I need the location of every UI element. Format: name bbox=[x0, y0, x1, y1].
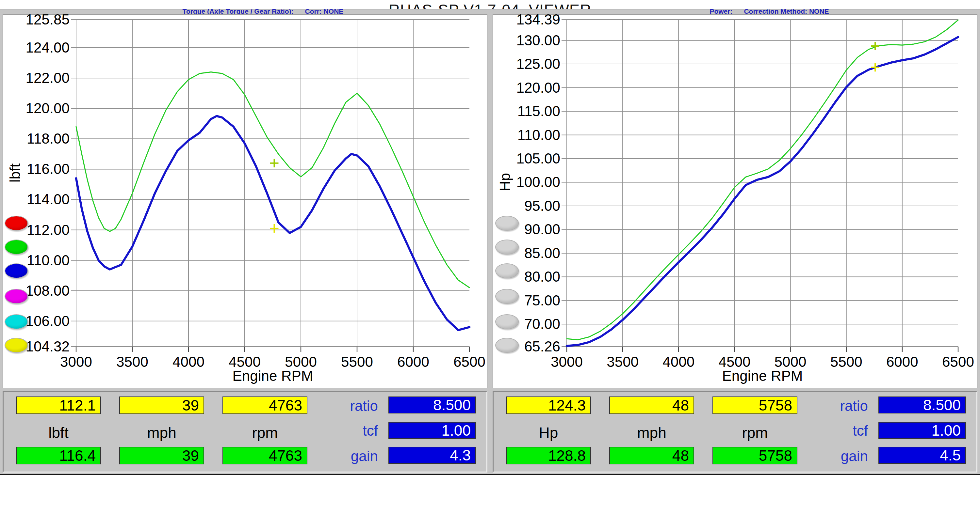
power-cursor1-value: 124.3 bbox=[506, 396, 591, 414]
green-curve bbox=[567, 20, 958, 340]
y-tick-label: 125.85 bbox=[11, 12, 70, 27]
torque-cursor2-rpm: 4763 bbox=[223, 447, 307, 465]
tcf-value: 1.00 bbox=[878, 422, 966, 439]
channel-button-magenta[interactable] bbox=[5, 289, 28, 304]
y-tick-label: 95.00 bbox=[502, 198, 560, 213]
x-tick-label: 4000 bbox=[159, 354, 218, 370]
power-cursor1-mph: 48 bbox=[609, 396, 694, 414]
ratio-label: ratio bbox=[819, 398, 868, 414]
gain-label: gain bbox=[329, 448, 378, 465]
channel-button-red[interactable] bbox=[5, 216, 28, 231]
y-tick-label: 125.00 bbox=[502, 57, 560, 71]
power-data-panel: 124.3 48 5758 Hp mph rpm 128.8 48 5758 r… bbox=[493, 391, 977, 473]
x-tick-label: 6500 bbox=[929, 354, 980, 370]
Hp-chart-canvas bbox=[567, 20, 958, 347]
x-tick-label: 4000 bbox=[649, 354, 708, 370]
x-tick-label: 6500 bbox=[440, 354, 499, 370]
x-tick-label: 3500 bbox=[103, 354, 162, 370]
power-cursor1-rpm: 5758 bbox=[713, 396, 797, 414]
channel-button-gray-4[interactable] bbox=[495, 289, 519, 304]
channel-button-gray-5[interactable] bbox=[495, 314, 519, 329]
torque-cursor2-value: 116.4 bbox=[16, 447, 101, 465]
y-tick-label: 122.00 bbox=[11, 70, 70, 86]
torque-x-axis-label: Engine RPM bbox=[221, 368, 325, 384]
power-unit-hp: Hp bbox=[506, 424, 591, 442]
viewer-window: RHAS-SP V1.7-04 VIEWER Torque (Axle Torq… bbox=[0, 0, 980, 528]
channel-button-gray-6[interactable] bbox=[495, 338, 519, 353]
torque-cursor1-value: 112.1 bbox=[16, 396, 101, 414]
torque-unit-lbft: lbft bbox=[16, 424, 101, 442]
footer-bar: HPS PERFORMANCE PRODUCTS Folder Run ID D… bbox=[0, 474, 980, 528]
y-tick-label: 110.00 bbox=[502, 128, 560, 143]
torque-cursor1-rpm: 4763 bbox=[223, 396, 307, 414]
channel-button-cyan[interactable] bbox=[5, 314, 28, 329]
torque-plot[interactable]: 125.85124.00122.00120.00118.00116.00114.… bbox=[76, 20, 469, 347]
tcf-value: 1.00 bbox=[388, 422, 476, 439]
power-unit-mph: mph bbox=[609, 424, 694, 442]
x-tick-label: 3500 bbox=[593, 354, 652, 370]
y-tick-label: 114.00 bbox=[11, 192, 70, 207]
power-cursor2-value: 128.8 bbox=[506, 447, 591, 465]
ratio-value: 8.500 bbox=[878, 396, 966, 414]
tcf-label: tcf bbox=[329, 423, 378, 439]
gain-value: 4.5 bbox=[878, 447, 966, 464]
x-tick-label: 5500 bbox=[328, 354, 387, 370]
x-tick-label: 5500 bbox=[817, 354, 876, 370]
ratio-value: 8.500 bbox=[388, 396, 476, 414]
y-tick-label: 124.00 bbox=[11, 40, 70, 55]
power-x-axis-label: Engine RPM bbox=[710, 368, 815, 384]
torque-cursor2-mph: 39 bbox=[119, 447, 204, 465]
channel-button-green[interactable] bbox=[5, 239, 28, 255]
power-cursor2-rpm: 5758 bbox=[713, 447, 797, 465]
lbft-chart-canvas bbox=[76, 20, 469, 347]
power-unit-rpm: rpm bbox=[713, 424, 797, 442]
gain-value: 4.3 bbox=[388, 447, 476, 464]
torque-header: Torque (Axle Torque / Gear Ratio): Corr:… bbox=[172, 8, 355, 15]
channel-button-gray-2[interactable] bbox=[495, 239, 519, 255]
ratio-label: ratio bbox=[329, 398, 378, 414]
channel-button-gray-3[interactable] bbox=[495, 263, 519, 278]
torque-unit-mph: mph bbox=[119, 424, 204, 442]
y-tick-label: 105.00 bbox=[502, 151, 560, 166]
x-tick-label: 6000 bbox=[384, 354, 442, 370]
power-header: Power: Correction Method: NONE bbox=[678, 8, 861, 15]
power-y-axis-label: Hp bbox=[497, 166, 513, 198]
torque-cursor1-mph: 39 bbox=[119, 396, 204, 414]
window-title: RHAS-SP V1.7-04 VIEWER bbox=[389, 1, 591, 10]
y-tick-label: 130.00 bbox=[502, 33, 560, 48]
blue-curve bbox=[76, 116, 469, 330]
power-plot[interactable]: 134.39130.00125.00120.00115.00110.00105.… bbox=[567, 20, 958, 347]
y-tick-label: 134.39 bbox=[502, 12, 560, 27]
tcf-label: tcf bbox=[819, 423, 868, 439]
x-tick-label: 3000 bbox=[538, 354, 596, 370]
channel-button-gray-1[interactable] bbox=[495, 216, 519, 231]
x-tick-label: 6000 bbox=[873, 354, 932, 370]
gain-label: gain bbox=[819, 448, 868, 465]
y-tick-label: 120.00 bbox=[502, 80, 560, 95]
y-tick-label: 115.00 bbox=[502, 104, 560, 119]
power-cursor2-mph: 48 bbox=[609, 447, 694, 465]
x-tick-label: 3000 bbox=[47, 354, 105, 370]
torque-unit-rpm: rpm bbox=[223, 424, 307, 442]
channel-button-blue[interactable] bbox=[5, 263, 28, 278]
torque-data-panel: 112.1 39 4763 lbft mph rpm 116.4 39 4763… bbox=[3, 391, 487, 473]
channel-button-yellow[interactable] bbox=[5, 338, 28, 353]
blue-curve bbox=[567, 37, 958, 346]
green-curve bbox=[76, 72, 469, 288]
torque-y-axis-label: lbft bbox=[7, 157, 23, 189]
y-tick-label: 118.00 bbox=[11, 131, 70, 146]
y-tick-label: 120.00 bbox=[11, 101, 70, 116]
